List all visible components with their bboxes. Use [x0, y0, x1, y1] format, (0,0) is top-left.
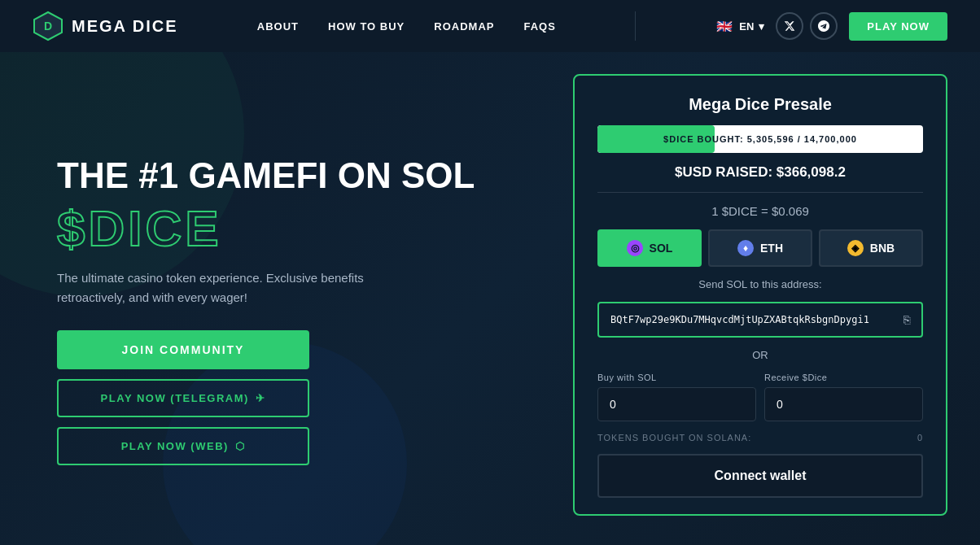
tab-sol[interactable]: ◎ SOL [597, 229, 702, 267]
nav-about[interactable]: ABOUT [257, 20, 299, 33]
telegram-button[interactable] [810, 12, 838, 40]
main-content: THE #1 GAMEFI ON SOL $DICE The ultimate … [0, 52, 980, 545]
buy-label: Buy with SOL [597, 373, 756, 382]
hero-description: The ultimate casino token experience. Ex… [57, 268, 399, 307]
cta-buttons: JOIN COMMUNITY PLAY NOW (TELEGRAM) ✈ PLA… [57, 330, 309, 465]
sol-icon: ◎ [627, 240, 643, 256]
receive-input[interactable] [764, 387, 923, 421]
presale-title: Mega Dice Presale [597, 95, 923, 114]
eth-icon: ♦ [737, 240, 754, 256]
bnb-label: BNB [870, 242, 895, 255]
flag-icon: 🇬🇧 [715, 20, 734, 33]
web-icon: ⬡ [235, 440, 246, 452]
tokens-bought-value: 0 [917, 433, 923, 443]
twitter-button[interactable] [776, 12, 803, 40]
play-web-button[interactable]: PLAY NOW (WEB) ⬡ [57, 427, 309, 465]
social-icons [776, 12, 838, 40]
wallet-address: BQtF7wp29e9KDu7MHqvcdMjtUpZXABtqkRsbgnDp… [610, 314, 869, 325]
copy-icon[interactable]: ⎘ [903, 313, 910, 326]
send-label: Send SOL to this address: [597, 278, 923, 290]
main-nav: ABOUT HOW TO BUY ROADMAP FAQS [257, 20, 556, 33]
logo[interactable]: D MEGA DICE [33, 11, 178, 41]
receive-input-group: Receive $Dice [764, 373, 923, 421]
play-telegram-button[interactable]: PLAY NOW (TELEGRAM) ✈ [57, 379, 309, 417]
nav-how-to-buy[interactable]: HOW TO BUY [328, 20, 405, 33]
sol-label: SOL [650, 242, 673, 255]
header: D MEGA DICE ABOUT HOW TO BUY ROADMAP FAQ… [0, 0, 980, 52]
tokens-bought-label: TOKENS BOUGHT ON SOLANA: [597, 433, 751, 443]
language-selector[interactable]: 🇬🇧 EN ▾ [715, 20, 764, 33]
tab-eth[interactable]: ♦ ETH [708, 229, 812, 267]
nav-roadmap[interactable]: ROADMAP [434, 20, 494, 33]
connect-wallet-button[interactable]: Connect wallet [597, 454, 923, 498]
rate-text: 1 $DICE = $0.069 [597, 204, 923, 218]
buy-input-group: Buy with SOL [597, 373, 756, 421]
lang-code: EN [739, 20, 754, 33]
logo-text: MEGA DICE [72, 17, 178, 36]
progress-bar: $DICE BOUGHT: 5,305,596 / 14,700,000 [597, 125, 923, 153]
tab-bnb[interactable]: ◈ BNB [819, 229, 923, 267]
hero-left: THE #1 GAMEFI ON SOL $DICE The ultimate … [57, 76, 540, 529]
presale-card: Mega Dice Presale $DICE BOUGHT: 5,305,59… [573, 74, 947, 516]
hero-tagline: THE #1 GAMEFI ON SOL [57, 156, 540, 195]
join-community-button[interactable]: JOIN COMMUNITY [57, 330, 309, 369]
play-now-header-button[interactable]: PLAY NOW [849, 12, 947, 41]
bnb-icon: ◈ [847, 240, 864, 256]
chevron-down-icon: ▾ [759, 20, 764, 33]
dice-token-name: $DICE [57, 203, 540, 254]
wallet-address-box: BQtF7wp29e9KDu7MHqvcdMjtUpZXABtqkRsbgnDp… [597, 302, 923, 338]
buy-receive-row: Buy with SOL Receive $Dice [597, 373, 923, 421]
usd-raised: $USD RAISED: $366,098.2 [597, 164, 923, 181]
nav-faqs[interactable]: FAQS [523, 20, 555, 33]
tokens-row: TOKENS BOUGHT ON SOLANA: 0 [597, 433, 923, 443]
svg-text:D: D [44, 20, 52, 33]
eth-label: ETH [760, 242, 783, 255]
divider [597, 192, 923, 193]
header-right: 🇬🇧 EN ▾ PLAY NOW [715, 12, 947, 41]
currency-tabs: ◎ SOL ♦ ETH ◈ BNB [597, 229, 923, 267]
header-divider [635, 11, 636, 41]
progress-bar-label: $DICE BOUGHT: 5,305,596 / 14,700,000 [663, 134, 857, 144]
telegram-icon: ✈ [256, 392, 266, 404]
buy-input[interactable] [597, 387, 756, 421]
receive-label: Receive $Dice [764, 373, 923, 382]
telegram-button-label: PLAY NOW (TELEGRAM) [101, 392, 249, 404]
or-divider: OR [597, 349, 923, 361]
web-button-label: PLAY NOW (WEB) [121, 440, 229, 452]
